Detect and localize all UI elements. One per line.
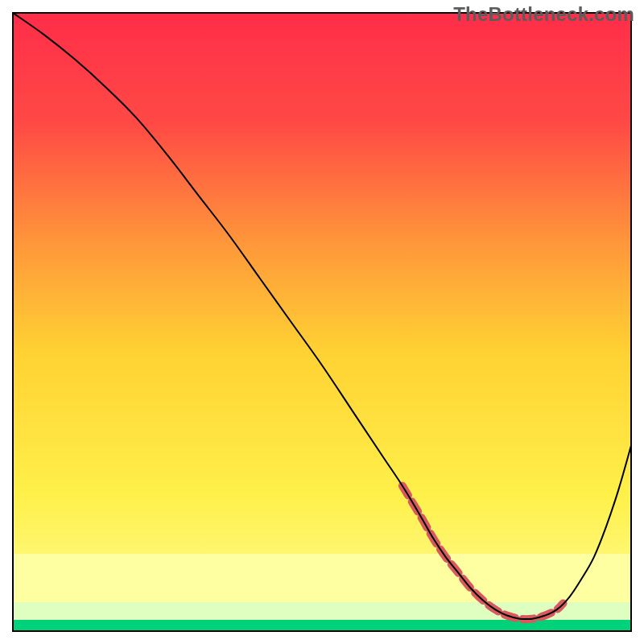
bottleneck-chart — [0, 0, 644, 644]
gradient-bg — [13, 13, 631, 631]
green-band — [13, 620, 631, 631]
yellow-band — [13, 554, 631, 602]
watermark-text: TheBottleneck.com — [453, 3, 634, 26]
chart-container: TheBottleneck.com — [0, 0, 644, 644]
plot-area — [13, 13, 631, 631]
